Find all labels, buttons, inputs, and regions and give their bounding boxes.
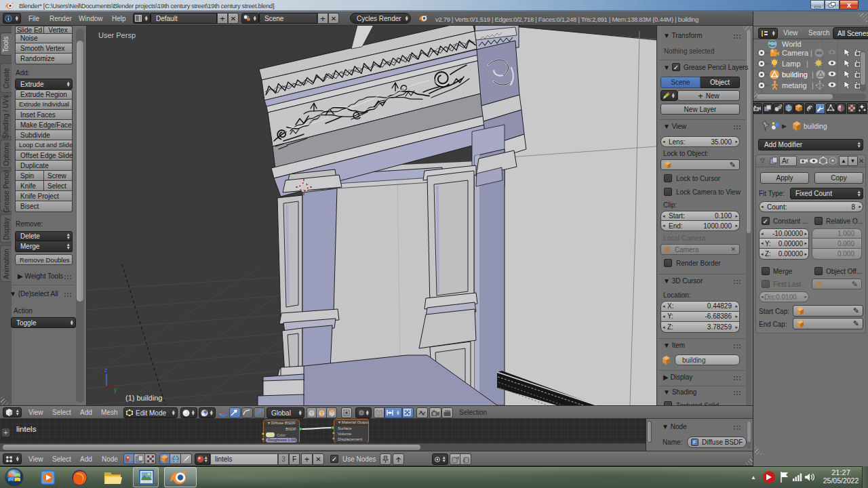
- svg-text:|: |: [806, 60, 808, 68]
- svg-text:|: |: [810, 49, 812, 57]
- svg-text:(1) building: (1) building: [125, 394, 162, 402]
- svg-text:|: |: [812, 81, 814, 89]
- svg-text:|: |: [812, 70, 814, 79]
- svg-text:y: y: [114, 386, 117, 393]
- svg-text:metarig: metarig: [782, 81, 807, 89]
- svg-text:building: building: [782, 70, 808, 79]
- svg-text:Lamp: Lamp: [782, 60, 801, 68]
- svg-text:Camera: Camera: [782, 49, 809, 57]
- svg-text:z: z: [104, 367, 108, 373]
- svg-text:User Persp: User Persp: [98, 31, 136, 39]
